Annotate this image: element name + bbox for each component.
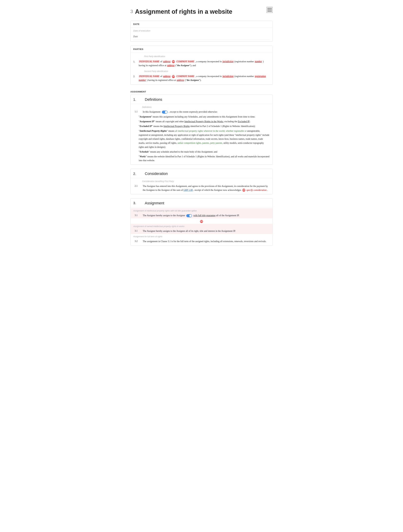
party2-label: Second Party identification [131, 68, 272, 73]
party2-number: 2. [133, 74, 139, 78]
party1-address2[interactable]: address [167, 64, 175, 67]
def-item-1-1: 1.1 In this Assignment , except to the e… [131, 109, 272, 114]
toggle-knob2 [189, 215, 192, 217]
assignment-item-3-1b: 3.1 The Assignor hereby assigns to the A… [131, 228, 272, 234]
assignment-section: 3. Assignment Assignment of intellectual… [130, 198, 273, 246]
assignment-num-3-1: 3.1 [135, 214, 143, 217]
party2-of: of [160, 75, 163, 77]
grid-cell [269, 9, 270, 11]
consideration-num: 2. [133, 171, 141, 177]
date-execution-label: Date of execution [133, 29, 270, 33]
party2-quote-open: (" [185, 79, 187, 82]
party2-individual[interactable]: INDIVIDUAL NAME [139, 75, 160, 77]
date-label-row: Date of execution [131, 28, 272, 34]
consideration-heading-row: 2. Consideration [131, 169, 272, 177]
party2-end: "). [199, 79, 201, 82]
toggle-knob [165, 111, 167, 113]
page-header: 3 Assignment of rights in a website [130, 7, 273, 17]
party1-number[interactable]: number [254, 60, 263, 63]
date-value-row: Date [131, 34, 272, 41]
grid-cell [271, 9, 272, 11]
parties-header: PARTIES [131, 46, 272, 52]
consideration-num-2-1: 2.1 [135, 184, 143, 188]
party1-end: "); and [189, 64, 196, 67]
definitions-title: Definitions [145, 96, 162, 102]
party1-of: of [160, 60, 163, 63]
party2-assignee: the Assignee [187, 79, 199, 82]
assignment-num-3-1b: 3.1 [135, 229, 143, 233]
party2-company[interactable]: COMPANY NAME [176, 75, 195, 77]
term-excluded-ip: Excluded IP [140, 125, 152, 127]
gbp-value[interactable]: GBP 1.00 [183, 189, 193, 191]
date-header: DATE [131, 21, 272, 27]
party1-content: INDIVIDUAL NAME of address OR COMPANY NA… [139, 60, 270, 67]
grid-icon[interactable] [266, 7, 273, 13]
party1-individual[interactable]: INDIVIDUAL NAME [139, 60, 160, 63]
def-content-1-1: In this Assignment , except to the exten… [143, 110, 270, 114]
assignment-or-center: OR [131, 218, 272, 224]
assignment-num-3-2: 3.2 [135, 239, 143, 243]
grid-cell [271, 8, 272, 9]
party1-address1[interactable]: address [163, 60, 171, 63]
consideration-or-badge: OR [242, 189, 245, 192]
term-schedule: Schedule [140, 151, 149, 153]
consideration-content-2-1: The Assignor has entered into this Assig… [143, 184, 270, 192]
consideration-text2: , receipt of which the Assignor now ackn… [193, 189, 241, 191]
def-excluded-ip: "Excluded IP" means the Intellectual Pro… [131, 124, 272, 129]
full-title-guarantee: with full title guarantee [193, 214, 215, 217]
assignment-sec-title: Assignment [145, 200, 164, 206]
def-1-1-post: , except to the extent expressly provide… [169, 111, 218, 113]
parties-section: PARTIES First Party identification 1. IN… [130, 46, 273, 85]
grid-cell [271, 11, 272, 12]
party1-having: having its registered office at [139, 64, 167, 67]
grid-cell [269, 8, 270, 9]
def-works: "Works" means the website identified in … [131, 154, 272, 165]
party1-jurisdiction[interactable]: jurisdiction [222, 60, 234, 63]
assignment-sublabel2: Assignment of owned intellectual propert… [131, 224, 272, 228]
ip-rights-underline: Intellectual Property Rights in the Work… [184, 120, 223, 123]
assignment-text1: The Assignor hereby assigns to the Assig… [143, 214, 185, 217]
def-assignment: "Assignment" means this assignment inclu… [131, 114, 272, 119]
assignment-item-3-1: 3.1 The Assignor hereby assigns to the A… [131, 213, 272, 218]
assignment-content-3-1: The Assignor hereby assigns to the Assig… [143, 214, 270, 217]
grid-cell [268, 9, 269, 11]
consideration-item-2-1: 2.1 The Assignor has entered into this A… [131, 184, 272, 193]
party2-rest: , a company incorporated in [195, 75, 222, 77]
date-section: DATE Date of execution Date [130, 21, 273, 42]
page-number: 3 [130, 8, 133, 15]
def-ipr: "Intellectual Property Rights" means all… [131, 129, 272, 150]
party2-address2[interactable]: address [176, 79, 184, 82]
party2-having: having its registered office at [148, 79, 176, 82]
specify-consideration[interactable]: specify consideration [246, 189, 266, 191]
assignment-sublabel1: Assignment of intellectual property righ… [131, 208, 272, 213]
assignment-item-3-2: 3.2 The assignment in Clause 3.1 is for … [131, 239, 272, 245]
party1-company[interactable]: COMPANY NAME [176, 60, 195, 63]
party2-jurisdiction[interactable]: jurisdiction [222, 75, 234, 77]
party2-content: INDIVIDUAL NAME of address OR COMPANY NA… [139, 74, 270, 82]
date-value[interactable]: Date [133, 34, 270, 40]
assignment-toggle[interactable] [186, 214, 192, 217]
grid-cell [268, 8, 269, 9]
term-ipr: Intellectual Property Rights [140, 130, 167, 132]
title-text: Assignment of rights in a website [135, 7, 232, 17]
term-works: Works [140, 155, 146, 158]
assignment-text3: all of the Assignment IP. [216, 214, 239, 217]
definitions-num: 1. [133, 97, 141, 102]
ip-rights-underline2: Intellectual Property Rights [164, 125, 190, 127]
consideration-sublabel: Consideration benefiting First Party [131, 179, 272, 183]
party1-assignor: the Assignor [177, 64, 189, 67]
definitions-toggle[interactable] [162, 111, 168, 114]
term-assignment-ip: Assignment IP [140, 120, 154, 123]
grid-cell [268, 11, 269, 12]
def-assignment-ip: "Assignment IP" means all copyright and … [131, 119, 272, 124]
party2-address1[interactable]: address [163, 75, 171, 77]
grid-cell [269, 11, 270, 12]
ipr-all: all intellectual property rights whereve… [175, 130, 246, 132]
party2-item: 2. INDIVIDUAL NAME of address OR COMPANY… [131, 74, 272, 82]
definitions-section: 1. Definitions Definitions 1.1 In this A… [130, 95, 273, 165]
party1-or-badge: OR [172, 60, 175, 63]
party1-number: 1. [133, 60, 139, 64]
term-assignment: Assignment [140, 115, 151, 118]
party2-or-badge: OR [172, 75, 175, 78]
def-schedule: "Schedule" means any schedule attached t… [131, 150, 272, 154]
